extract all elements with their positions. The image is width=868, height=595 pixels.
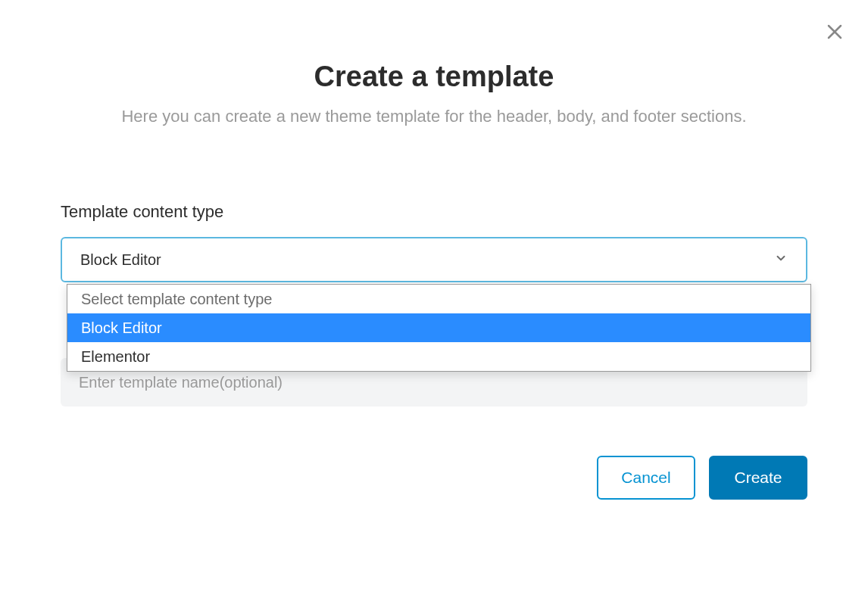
create-template-modal: Create a template Here you can create a … <box>0 0 868 530</box>
create-button[interactable]: Create <box>709 456 807 500</box>
dropdown-option-elementor[interactable]: Elementor <box>67 342 810 371</box>
content-type-select-wrapper: Block Editor Select template content typ… <box>61 237 807 282</box>
cancel-button[interactable]: Cancel <box>597 456 695 500</box>
dropdown-option-block-editor[interactable]: Block Editor <box>67 313 810 342</box>
button-row: Cancel Create <box>61 456 807 500</box>
modal-title: Create a template <box>61 61 807 93</box>
content-type-selected-value: Block Editor <box>80 251 161 269</box>
close-button[interactable] <box>824 23 845 44</box>
modal-subtitle: Here you can create a new theme template… <box>61 107 807 126</box>
chevron-down-icon <box>774 251 788 269</box>
dropdown-option-placeholder[interactable]: Select template content type <box>67 285 810 313</box>
content-type-select[interactable]: Block Editor <box>61 237 807 282</box>
content-type-dropdown: Select template content type Block Edito… <box>67 284 811 372</box>
close-icon <box>826 23 844 44</box>
content-type-label: Template content type <box>61 202 807 222</box>
